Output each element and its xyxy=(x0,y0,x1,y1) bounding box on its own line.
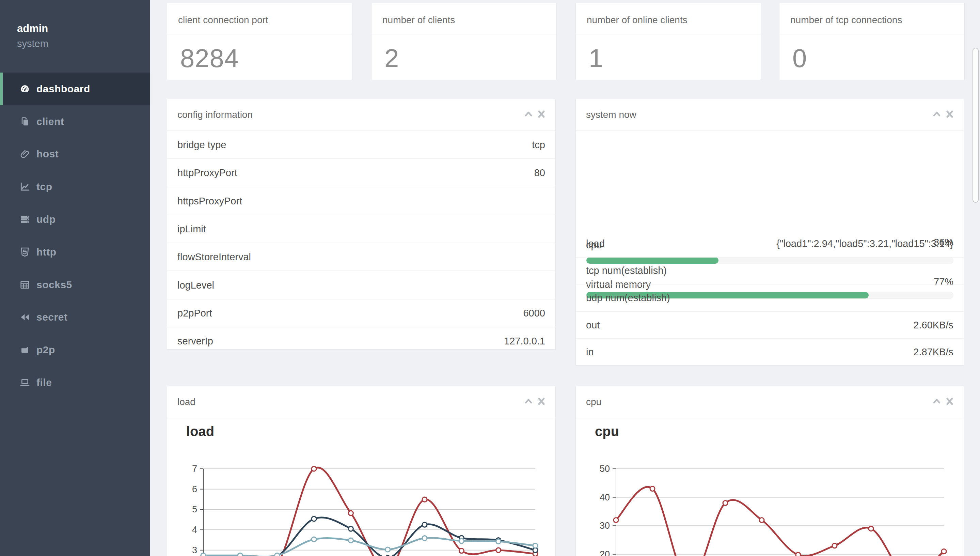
config-row-label: httpsProxyPort xyxy=(177,195,242,207)
config-row-label: ipLimit xyxy=(177,223,206,235)
collapse-icon[interactable] xyxy=(524,397,534,407)
panel-header: cpu xyxy=(576,386,964,419)
config-row-label: serverIp xyxy=(177,336,213,347)
divider xyxy=(167,34,352,34)
y-tick-label: 20 xyxy=(600,549,610,556)
close-icon[interactable] xyxy=(537,110,547,120)
sidebar-item-file[interactable]: file xyxy=(0,366,150,399)
stat-card-2: number of clients2 xyxy=(371,3,557,80)
panel-header: system now xyxy=(576,99,964,131)
series-cpu-point xyxy=(723,501,728,505)
config-row: httpProxyPort80 xyxy=(167,159,555,187)
config-row-label: p2pPort xyxy=(177,307,212,318)
series-load15-point xyxy=(348,538,353,543)
series-cpu-point xyxy=(832,543,837,548)
system-row: load{"load1":2.94,"load5":3.21,"load15":… xyxy=(576,230,964,257)
collapse-icon[interactable] xyxy=(524,110,534,120)
sidebar-item-socks5[interactable]: socks5 xyxy=(0,268,150,301)
sidebar-item-udp[interactable]: udp xyxy=(0,203,150,236)
series-load1-point xyxy=(311,466,316,471)
system-row-label: tcp num(establish) xyxy=(586,265,667,276)
sidebar-item-label: http xyxy=(36,246,56,258)
stat-card-label: number of online clients xyxy=(587,15,688,26)
config-rows: bridge typetcphttpProxyPort80httpsProxyP… xyxy=(167,131,555,355)
config-row: logLevel xyxy=(167,271,555,299)
sidebar-item-label: tcp xyxy=(36,181,52,192)
stat-card-value: 8284 xyxy=(180,43,239,73)
sidebar-item-host[interactable]: host xyxy=(0,138,150,171)
config-row-value: tcp xyxy=(532,139,545,150)
close-icon[interactable] xyxy=(537,397,547,407)
sidebar: admin system dashboardclienthosttcpudpht… xyxy=(0,0,150,556)
panel-header: config information xyxy=(167,99,555,131)
series-load15-point xyxy=(385,547,390,552)
series-cpu-point xyxy=(650,486,655,491)
series-load1-point xyxy=(422,497,427,502)
panel-title: system now xyxy=(586,99,637,131)
line-chart-icon xyxy=(19,181,31,193)
divider xyxy=(576,34,761,34)
config-row-value: 127.0.0.1 xyxy=(504,336,545,347)
stat-card-label: client connection port xyxy=(178,15,268,26)
config-row-value: 80 xyxy=(534,167,545,178)
sidebar-item-label: socks5 xyxy=(36,279,72,291)
sidebar-item-secret[interactable]: secret xyxy=(0,301,150,334)
y-tick-label: 30 xyxy=(600,520,610,531)
system-now-panel: system now cpu36%virtual memory77% load{… xyxy=(575,99,964,365)
load-chart-panel: load load 76543 xyxy=(167,386,556,556)
config-row-label: httpProxyPort xyxy=(177,167,237,178)
sidebar-item-label: client xyxy=(36,116,64,128)
sidebar-item-p2p[interactable]: p2p xyxy=(0,333,150,366)
system-row: udp num(establish) xyxy=(576,284,964,312)
system-row-label: out xyxy=(586,319,600,330)
copy-icon xyxy=(19,115,31,128)
series-load5-point xyxy=(348,526,353,531)
load-chart-title: load xyxy=(186,424,214,439)
sidebar-item-label: dashboard xyxy=(36,83,90,95)
series-load1-point xyxy=(348,511,353,516)
close-icon[interactable] xyxy=(945,397,956,407)
system-row-label: udp num(establish) xyxy=(586,292,670,303)
config-information-panel: config information bridge typetcphttpPro… xyxy=(167,99,556,349)
flag-icon xyxy=(19,344,31,356)
panel-header: load xyxy=(167,386,555,419)
system-row-label: load xyxy=(586,238,605,249)
sidebar-item-tcp[interactable]: tcp xyxy=(0,170,150,203)
y-tick-label: 3 xyxy=(192,545,197,555)
sidebar-item-label: host xyxy=(36,148,58,160)
y-tick-label: 40 xyxy=(600,492,610,503)
stat-card-value: 2 xyxy=(384,43,399,73)
y-tick-label: 7 xyxy=(192,464,197,474)
series-load1-point xyxy=(459,548,464,553)
stat-card-value: 1 xyxy=(589,43,603,73)
series-load15-point xyxy=(422,536,427,541)
system-row-value: 2.87KB/s xyxy=(913,346,953,358)
stat-card-4: number of tcp connections0 xyxy=(779,3,965,80)
collapse-icon[interactable] xyxy=(932,110,943,120)
system-row-value: {"load1":2.94,"load5":3.21,"load15":3.14… xyxy=(776,238,953,249)
cpu-chart-title: cpu xyxy=(595,424,619,439)
config-row: p2pPort6000 xyxy=(167,299,555,327)
system-row: tcp num(establish) xyxy=(576,257,964,285)
laptop-icon xyxy=(19,377,31,389)
sidebar-item-label: secret xyxy=(36,311,68,323)
sidebar-item-label: file xyxy=(36,377,52,388)
sidebar-item-http[interactable]: http xyxy=(0,236,150,268)
panel-title: load xyxy=(177,386,195,418)
sidebar-role: system xyxy=(17,38,48,49)
divider xyxy=(371,34,556,34)
stat-card-label: number of tcp connections xyxy=(790,15,902,26)
table-icon xyxy=(19,279,31,291)
html5-icon xyxy=(19,246,31,258)
y-tick-label: 4 xyxy=(192,525,197,535)
sidebar-menu: dashboardclienthosttcpudphttpsocks5secre… xyxy=(0,73,150,399)
backward-icon xyxy=(19,311,31,323)
collapse-icon[interactable] xyxy=(932,397,943,407)
stat-card-value: 0 xyxy=(792,43,807,73)
scrollbar-thumb[interactable] xyxy=(972,48,978,203)
cpu-chart-panel: cpu cpu 50403020 xyxy=(575,386,964,556)
close-icon[interactable] xyxy=(945,110,956,120)
series-load15-point xyxy=(496,539,501,544)
sidebar-item-client[interactable]: client xyxy=(0,105,150,138)
sidebar-item-dashboard[interactable]: dashboard xyxy=(0,73,150,105)
